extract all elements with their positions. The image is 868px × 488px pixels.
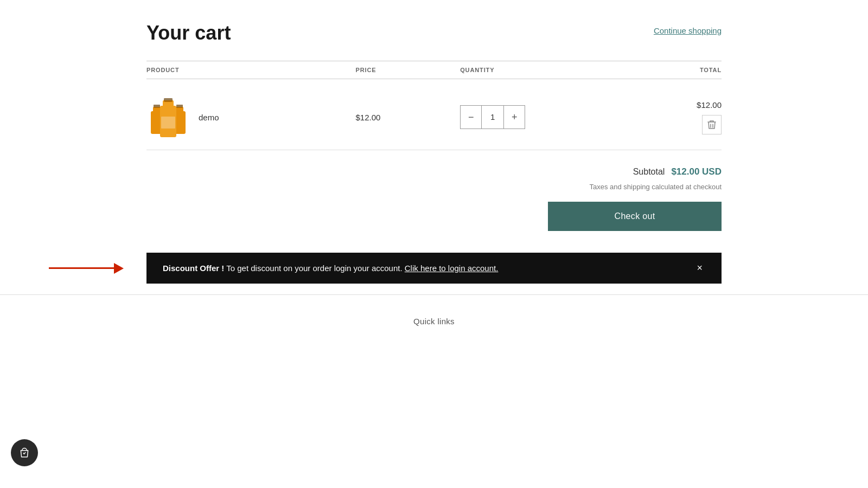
svg-rect-10 <box>154 105 160 107</box>
col-product-header: PRODUCT <box>146 67 355 73</box>
cart-summary: Subtotal $12.00 USD Taxes and shipping c… <box>146 150 722 242</box>
footer: Quick links <box>0 294 868 326</box>
total-cell: $12.00 <box>617 100 722 134</box>
continue-shopping-link[interactable]: Continue shopping <box>654 22 722 35</box>
banner-text: Discount Offer ! To get discount on your… <box>163 264 498 273</box>
subtotal-row: Subtotal $12.00 USD <box>633 166 722 177</box>
svg-rect-9 <box>161 117 175 129</box>
item-total: $12.00 <box>697 100 722 110</box>
checkout-button[interactable]: Check out <box>548 202 722 231</box>
col-total-header: TOTAL <box>617 67 722 73</box>
table-row: demo $12.00 − 1 + $12.00 <box>146 85 722 150</box>
svg-rect-11 <box>176 105 183 107</box>
item-price: $12.00 <box>355 113 380 122</box>
quantity-control: − 1 + <box>460 105 525 129</box>
table-header: PRODUCT PRICE QUANTITY TOTAL <box>146 61 722 79</box>
increase-quantity-button[interactable]: + <box>504 106 525 129</box>
quick-links-label: Quick links <box>413 317 455 326</box>
arrow-line <box>49 267 114 269</box>
trash-icon <box>707 120 716 130</box>
price-cell: $12.00 <box>355 113 460 122</box>
page-title: Your cart <box>146 22 231 44</box>
decrease-quantity-button[interactable]: − <box>461 106 481 129</box>
col-quantity-header: QUANTITY <box>460 67 617 73</box>
subtotal-value: $12.00 USD <box>671 166 722 177</box>
banner-message: To get discount on your order login your… <box>224 264 404 273</box>
arrow-indicator <box>49 263 124 274</box>
subtotal-label: Subtotal <box>633 167 665 177</box>
shopify-icon <box>16 445 33 461</box>
banner-close-button[interactable]: × <box>694 262 705 274</box>
delete-item-button[interactable] <box>702 115 722 134</box>
tax-note: Taxes and shipping calculated at checkou… <box>589 183 722 191</box>
shopify-badge[interactable] <box>11 439 38 466</box>
product-cell: demo <box>146 95 355 139</box>
product-image <box>146 95 190 139</box>
quantity-cell: − 1 + <box>460 105 617 129</box>
arrow-head <box>114 263 124 274</box>
product-name: demo <box>199 113 219 122</box>
quantity-value: 1 <box>481 106 504 129</box>
banner-wrapper: Discount Offer ! To get discount on your… <box>136 253 732 284</box>
svg-rect-12 <box>164 98 173 100</box>
discount-banner: Discount Offer ! To get discount on your… <box>146 253 722 284</box>
cart-header: Your cart Continue shopping <box>146 22 722 44</box>
product-thumbnail <box>149 96 187 138</box>
col-price-header: PRICE <box>355 67 460 73</box>
banner-bold-text: Discount Offer ! <box>163 264 224 273</box>
banner-login-link[interactable]: Clik here to login account. <box>405 264 499 273</box>
